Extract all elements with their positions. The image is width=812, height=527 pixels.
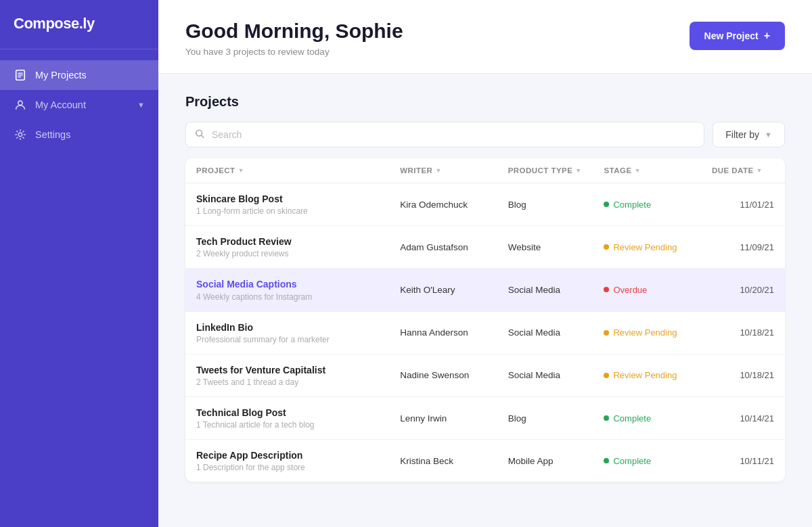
due-date-value-2: 10/20/21 [740, 285, 774, 295]
product-type-sort[interactable]: PRODUCT TYPE ▼ [508, 166, 582, 175]
cell-stage-3: Review Pending [593, 311, 700, 354]
table-row[interactable]: Tech Product Review 2 Weekly product rev… [185, 226, 785, 269]
projects-title: Projects [185, 94, 785, 110]
cell-product-1: Website [497, 226, 593, 269]
due-date-value-6: 10/11/21 [740, 456, 774, 466]
search-icon [195, 129, 204, 141]
cell-writer-1: Adam Gustafson [389, 226, 497, 269]
sidebar-item-my-account[interactable]: My Account ▼ [0, 90, 158, 120]
gear-icon [14, 128, 27, 141]
table-row[interactable]: LinkedIn Bio Professional summary for a … [185, 311, 785, 354]
project-desc-3: Professional summary for a marketer [196, 335, 378, 344]
cell-stage-6: Complete [593, 440, 700, 482]
cell-project-3: LinkedIn Bio Professional summary for a … [185, 311, 389, 354]
due-date-value-4: 10/18/21 [740, 370, 774, 380]
status-badge-3: Review Pending [604, 327, 690, 338]
filter-button[interactable]: Filter by ▼ [713, 122, 785, 147]
sidebar-item-label-my-account: My Account [35, 99, 129, 110]
status-label-0: Complete [613, 200, 651, 210]
cell-date-2: 10/20/21 [701, 269, 785, 311]
sidebar-item-settings[interactable]: Settings [0, 120, 158, 150]
status-dot-3 [604, 330, 609, 336]
due-date-value-0: 11/01/21 [740, 200, 774, 210]
sort-arrow-project: ▼ [238, 167, 244, 174]
status-label-6: Complete [613, 456, 651, 466]
cell-product-3: Social Media [497, 311, 593, 354]
project-name-3: LinkedIn Bio [196, 321, 378, 334]
table-row[interactable]: Tweets for Venture Capitalist 2 Tweets a… [185, 354, 785, 396]
col-header-stage: STAGE ▼ [593, 158, 700, 183]
sort-arrow-writer: ▼ [435, 167, 441, 174]
status-badge-0: Complete [604, 200, 690, 210]
cell-stage-2: Overdue [593, 269, 700, 311]
main-content: Good Morning, Sophie You have 3 projects… [158, 0, 812, 527]
project-desc-2: 4 Weekly captions for Instagram [196, 292, 378, 302]
status-dot-4 [604, 373, 609, 378]
document-icon [14, 68, 27, 82]
table-row[interactable]: Recipe App Description 1 Description for… [185, 440, 785, 482]
table-header-row: PROJECT ▼ WRITER ▼ PRODUCT TYPE ▼ [185, 158, 785, 183]
table-row[interactable]: Technical Blog Post 1 Technical article … [185, 396, 785, 439]
filter-chevron-icon: ▼ [765, 131, 772, 139]
status-dot-6 [604, 458, 609, 463]
cell-date-3: 10/18/21 [701, 311, 785, 354]
projects-table: PROJECT ▼ WRITER ▼ PRODUCT TYPE ▼ [185, 158, 785, 482]
due-date-value-3: 10/18/21 [740, 327, 774, 338]
header-text: Good Morning, Sophie You have 3 projects… [185, 19, 403, 57]
cell-product-0: Blog [497, 183, 593, 226]
sidebar-item-my-projects[interactable]: My Projects [0, 60, 158, 90]
col-header-writer: WRITER ▼ [389, 158, 497, 183]
status-badge-2: Overdue [604, 285, 690, 295]
col-header-product-type: PRODUCT TYPE ▼ [497, 158, 593, 183]
project-name-6: Recipe App Description [196, 449, 378, 461]
svg-line-7 [202, 135, 204, 137]
status-dot-5 [604, 415, 609, 421]
cell-writer-2: Keith O'Leary [389, 269, 497, 311]
app-logo: Compose.ly [14, 15, 95, 32]
status-label-1: Review Pending [613, 242, 677, 252]
search-input[interactable] [185, 122, 704, 147]
project-desc-0: 1 Long-form article on skincare [196, 206, 378, 216]
table-row[interactable]: Skincare Blog Post 1 Long-form article o… [185, 183, 785, 226]
writer-sort[interactable]: WRITER ▼ [400, 166, 442, 175]
cell-writer-3: Hanna Anderson [389, 311, 497, 354]
stage-sort[interactable]: STAGE ▼ [604, 166, 640, 175]
project-name-0: Skincare Blog Post [196, 193, 378, 205]
project-desc-4: 2 Tweets and 1 thread a day [196, 377, 378, 387]
status-label-4: Review Pending [613, 370, 677, 380]
status-badge-1: Review Pending [604, 242, 690, 252]
status-label-5: Complete [613, 413, 651, 423]
cell-stage-1: Review Pending [593, 226, 700, 269]
table-row[interactable]: Social Media Captions 4 Weekly captions … [185, 269, 785, 311]
chevron-down-icon: ▼ [137, 101, 145, 109]
due-date-sort[interactable]: DUE DATE ▼ [712, 166, 763, 175]
projects-content: Projects Filter by ▼ [158, 74, 812, 527]
project-sort[interactable]: PROJECT ▼ [196, 166, 244, 175]
due-date-value-5: 10/14/21 [740, 413, 774, 423]
status-badge-6: Complete [604, 456, 690, 466]
cell-date-1: 11/09/21 [701, 226, 785, 269]
cell-writer-0: Kira Odemchuck [389, 183, 497, 226]
new-project-label: New Project [704, 30, 759, 41]
status-dot-2 [604, 287, 609, 292]
svg-point-5 [18, 133, 22, 136]
cell-date-5: 10/14/21 [701, 396, 785, 439]
search-wrapper [185, 122, 704, 147]
table-body: Skincare Blog Post 1 Long-form article o… [185, 183, 785, 482]
greeting-text: Good Morning, Sophie [185, 19, 403, 43]
cell-date-6: 10/11/21 [701, 440, 785, 482]
cell-product-2: Social Media [497, 269, 593, 311]
cell-stage-0: Complete [593, 183, 700, 226]
project-desc-6: 1 Description for the app store [196, 463, 378, 472]
project-desc-5: 1 Technical article for a tech blog [196, 420, 378, 430]
project-name-4: Tweets for Venture Capitalist [196, 364, 378, 376]
status-dot-1 [604, 244, 609, 250]
new-project-button[interactable]: New Project + [690, 22, 785, 50]
status-badge-4: Review Pending [604, 370, 690, 380]
sort-arrow-date: ▼ [757, 167, 763, 174]
project-name-2: Social Media Captions [196, 278, 378, 290]
cell-project-5: Technical Blog Post 1 Technical article … [185, 396, 389, 439]
svg-point-4 [18, 101, 22, 105]
status-label-3: Review Pending [613, 327, 677, 338]
cell-product-5: Blog [497, 396, 593, 439]
